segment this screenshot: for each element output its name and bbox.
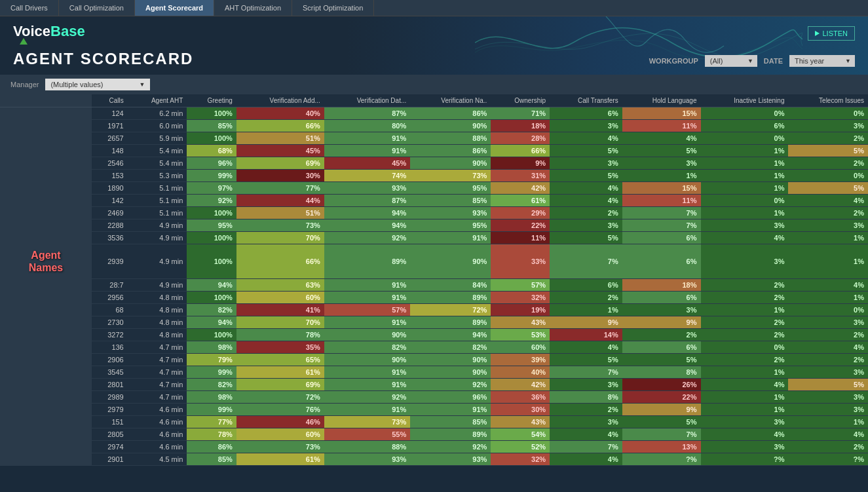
greeting-cell: 82% xyxy=(187,304,236,316)
manager-select-wrap: (Multiple values) xyxy=(45,79,150,90)
ownership-cell: 32% xyxy=(491,453,550,466)
greeting-cell: 100% xyxy=(187,132,236,145)
date-select[interactable]: This year xyxy=(789,55,855,67)
calls-cell: 2730 xyxy=(92,316,128,329)
ownership-cell: 61% xyxy=(491,195,550,207)
calls-cell: 151 xyxy=(92,416,128,428)
ownership-cell: 28% xyxy=(491,132,550,145)
table-row: 18905.1 min97%77%93%95%42%4%15%1%5% xyxy=(0,182,868,195)
workgroup-select[interactable]: (All) xyxy=(705,55,757,67)
vdat-cell: 92% xyxy=(324,232,410,244)
hl-cell: 2% xyxy=(622,329,701,341)
ti-cell: 0% xyxy=(788,304,868,316)
aht-cell: 4.7 min xyxy=(128,354,187,366)
page-title: AGENT SCORECARD xyxy=(13,50,193,68)
aht-cell: 4.6 min xyxy=(128,441,187,453)
agent-name-cell xyxy=(0,416,92,428)
vadd-cell: 73% xyxy=(236,219,324,232)
calls-cell: 1890 xyxy=(92,182,128,195)
agent-name-cell xyxy=(0,453,92,466)
calls-cell: 2979 xyxy=(92,404,128,416)
greeting-cell: 99% xyxy=(187,404,236,416)
greeting-cell: 79% xyxy=(187,354,236,366)
ti-cell: 2% xyxy=(788,329,868,341)
vadd-cell: 63% xyxy=(236,279,324,292)
aht-cell: 5.4 min xyxy=(128,145,187,157)
ct-cell: 4% xyxy=(550,453,622,466)
tab-call-drivers[interactable]: Call Drivers xyxy=(0,0,59,16)
agent-name-cell xyxy=(0,207,92,219)
hl-cell: 8% xyxy=(622,366,701,379)
tab-call-optimization[interactable]: Call Optimization xyxy=(59,0,135,16)
ti-cell: 4% xyxy=(788,341,868,354)
ownership-cell: 42% xyxy=(491,379,550,391)
listen-button[interactable]: LISTEN xyxy=(808,26,855,41)
logo: VoiceBase xyxy=(13,23,193,45)
ct-cell: 3% xyxy=(550,120,622,132)
calls-cell: 2974 xyxy=(92,441,128,453)
ownership-cell: 29% xyxy=(491,207,550,219)
vdat-cell: 73% xyxy=(324,416,410,428)
aht-cell: 4.6 min xyxy=(128,428,187,441)
ct-cell: 6% xyxy=(550,107,622,120)
greeting-cell: 98% xyxy=(187,341,236,354)
workgroup-select-wrap: (All) xyxy=(705,55,757,67)
table-row: 1364.7 min98%35%82%82%60%4%6%0%4% xyxy=(0,341,868,354)
vadd-cell: 70% xyxy=(236,232,324,244)
agent-name-cell xyxy=(0,441,92,453)
aht-cell: 4.7 min xyxy=(128,341,187,354)
vdat-cell: 91% xyxy=(324,279,410,292)
greeting-cell: 95% xyxy=(187,219,236,232)
hl-cell: 15% xyxy=(622,182,701,195)
il-cell: 1% xyxy=(701,304,789,316)
hl-cell: 9% xyxy=(622,404,701,416)
hl-cell: 3% xyxy=(622,304,701,316)
agent-name-cell xyxy=(0,157,92,170)
greeting-cell: 100% xyxy=(187,232,236,244)
ct-cell: 7% xyxy=(550,366,622,379)
calls-cell: 2546 xyxy=(92,157,128,170)
hl-cell: 3% xyxy=(622,157,701,170)
aht-cell: 5.1 min xyxy=(128,207,187,219)
hl-cell: 5% xyxy=(622,416,701,428)
logo-base: Base xyxy=(50,23,85,40)
table-row: 25465.4 min96%69%45%90%9%3%3%1%2% xyxy=(0,157,868,170)
col-ct: Call Transfers xyxy=(550,94,622,107)
ownership-cell: 66% xyxy=(491,145,550,157)
hl-cell: 5% xyxy=(622,145,701,157)
manager-select[interactable]: (Multiple values) xyxy=(45,79,150,90)
agent-name-cell xyxy=(0,195,92,207)
agent-name-cell xyxy=(0,182,92,195)
ownership-cell: 57% xyxy=(491,279,550,292)
ownership-cell: 18% xyxy=(491,120,550,132)
il-cell: 2% xyxy=(701,292,789,304)
table-row: 28014.7 min82%69%91%92%42%3%26%4%5% xyxy=(0,379,868,391)
tab-script-optimization[interactable]: Script Optimization xyxy=(292,0,374,16)
vna-cell: 86% xyxy=(410,107,491,120)
ct-cell: 4% xyxy=(550,132,622,145)
hl-cell: 22% xyxy=(622,391,701,404)
vadd-cell: 61% xyxy=(236,366,324,379)
ct-cell: 3% xyxy=(550,157,622,170)
header-controls: WORKGROUP (All) DATE This year xyxy=(649,55,855,67)
aht-cell: 4.8 min xyxy=(128,329,187,341)
table-row: 19716.0 min85%66%80%90%18%3%11%6%3% xyxy=(0,120,868,132)
tab-agent-scorecard[interactable]: Agent Scorecard xyxy=(135,0,214,16)
col-vdat: Verification Dat... xyxy=(324,94,410,107)
ct-cell: 6% xyxy=(550,279,622,292)
table-row: 32724.8 min100%78%90%94%53%14%2%2%2% xyxy=(0,329,868,341)
greeting-cell: 100% xyxy=(187,244,236,279)
col-hl: Hold Language xyxy=(622,94,701,107)
ct-cell: 4% xyxy=(550,428,622,441)
tab-aht-optimization[interactable]: AHT Optimization xyxy=(214,0,292,16)
aht-cell: 5.9 min xyxy=(128,132,187,145)
hl-cell: ?% xyxy=(622,453,701,466)
vna-cell: 93% xyxy=(410,453,491,466)
agent-name-cell xyxy=(0,404,92,416)
aht-cell: 4.7 min xyxy=(128,391,187,404)
calls-cell: 2288 xyxy=(92,219,128,232)
vadd-cell: 77% xyxy=(236,182,324,195)
greeting-cell: 86% xyxy=(187,441,236,453)
ti-cell: 5% xyxy=(788,182,868,195)
vadd-cell: 40% xyxy=(236,107,324,120)
